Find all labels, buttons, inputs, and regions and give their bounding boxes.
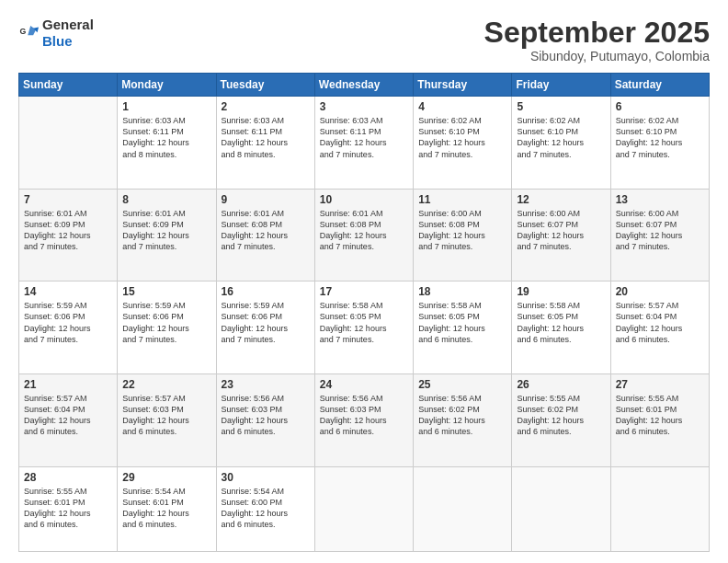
day-info: Sunrise: 5:56 AM Sunset: 6:02 PM Dayligh… — [418, 393, 506, 438]
day-number: 10 — [320, 193, 408, 206]
calendar-cell: 4Sunrise: 6:02 AM Sunset: 6:10 PM Daylig… — [414, 97, 512, 190]
day-number: 17 — [320, 285, 408, 298]
page-header: G General Blue September 2025 Sibundoy, … — [18, 17, 710, 63]
day-number: 11 — [418, 193, 506, 206]
title-block: September 2025 Sibundoy, Putumayo, Colom… — [484, 17, 710, 63]
calendar-cell: 10Sunrise: 6:01 AM Sunset: 6:08 PM Dayli… — [314, 189, 413, 282]
calendar-cell: 8Sunrise: 6:01 AM Sunset: 6:09 PM Daylig… — [118, 189, 216, 282]
day-info: Sunrise: 5:59 AM Sunset: 6:06 PM Dayligh… — [24, 300, 112, 345]
calendar-cell — [610, 466, 709, 552]
calendar-cell: 17Sunrise: 5:58 AM Sunset: 6:05 PM Dayli… — [314, 282, 413, 374]
weekday-header-row: Sunday Monday Tuesday Wednesday Thursday… — [19, 74, 710, 97]
calendar-cell: 7Sunrise: 6:01 AM Sunset: 6:09 PM Daylig… — [19, 189, 118, 282]
day-info: Sunrise: 5:59 AM Sunset: 6:06 PM Dayligh… — [222, 300, 310, 345]
day-info: Sunrise: 5:56 AM Sunset: 6:03 PM Dayligh… — [320, 393, 408, 438]
calendar-cell: 9Sunrise: 6:01 AM Sunset: 6:08 PM Daylig… — [216, 189, 314, 282]
calendar-cell: 18Sunrise: 5:58 AM Sunset: 6:05 PM Dayli… — [414, 282, 512, 374]
calendar-cell: 13Sunrise: 6:00 AM Sunset: 6:07 PM Dayli… — [610, 189, 709, 282]
calendar-cell: 29Sunrise: 5:54 AM Sunset: 6:01 PM Dayli… — [118, 466, 216, 552]
day-info: Sunrise: 5:56 AM Sunset: 6:03 PM Dayligh… — [222, 393, 310, 438]
day-info: Sunrise: 6:01 AM Sunset: 6:09 PM Dayligh… — [24, 208, 112, 253]
day-number: 15 — [122, 285, 210, 298]
calendar-cell — [414, 466, 512, 552]
day-number: 1 — [122, 100, 210, 113]
header-saturday: Saturday — [610, 74, 709, 97]
day-number: 9 — [222, 193, 310, 206]
calendar-cell: 26Sunrise: 5:55 AM Sunset: 6:02 PM Dayli… — [512, 373, 610, 466]
day-info: Sunrise: 6:03 AM Sunset: 6:11 PM Dayligh… — [222, 115, 310, 160]
day-info: Sunrise: 5:58 AM Sunset: 6:05 PM Dayligh… — [517, 300, 605, 345]
day-info: Sunrise: 6:03 AM Sunset: 6:11 PM Dayligh… — [122, 115, 210, 160]
day-number: 21 — [24, 378, 112, 391]
logo: G General Blue — [18, 17, 94, 50]
calendar-cell: 12Sunrise: 6:00 AM Sunset: 6:07 PM Dayli… — [512, 189, 610, 282]
day-number: 30 — [222, 471, 310, 484]
svg-text:G: G — [19, 27, 26, 36]
calendar-cell: 11Sunrise: 6:00 AM Sunset: 6:08 PM Dayli… — [414, 189, 512, 282]
day-info: Sunrise: 5:54 AM Sunset: 6:01 PM Dayligh… — [122, 486, 210, 531]
day-number: 13 — [616, 193, 704, 206]
day-info: Sunrise: 5:54 AM Sunset: 6:00 PM Dayligh… — [222, 486, 310, 531]
day-number: 3 — [320, 100, 408, 113]
logo-icon: G — [18, 23, 39, 43]
day-number: 22 — [122, 378, 210, 391]
day-number: 18 — [418, 285, 506, 298]
day-info: Sunrise: 5:58 AM Sunset: 6:05 PM Dayligh… — [418, 300, 506, 345]
month-title: September 2025 — [484, 17, 710, 49]
location-subtitle: Sibundoy, Putumayo, Colombia — [484, 49, 710, 63]
day-info: Sunrise: 5:55 AM Sunset: 6:01 PM Dayligh… — [616, 393, 704, 438]
logo-blue: Blue — [42, 33, 73, 49]
day-number: 24 — [320, 378, 408, 391]
calendar-cell: 16Sunrise: 5:59 AM Sunset: 6:06 PM Dayli… — [216, 282, 314, 374]
day-number: 2 — [222, 100, 310, 113]
day-info: Sunrise: 5:57 AM Sunset: 6:04 PM Dayligh… — [616, 300, 704, 345]
day-info: Sunrise: 6:00 AM Sunset: 6:07 PM Dayligh… — [616, 208, 704, 253]
day-info: Sunrise: 6:03 AM Sunset: 6:11 PM Dayligh… — [320, 115, 408, 160]
calendar-cell: 25Sunrise: 5:56 AM Sunset: 6:02 PM Dayli… — [414, 373, 512, 466]
calendar-page: G General Blue September 2025 Sibundoy, … — [0, 0, 728, 563]
calendar-cell — [19, 97, 118, 190]
calendar-cell: 23Sunrise: 5:56 AM Sunset: 6:03 PM Dayli… — [216, 373, 314, 466]
day-info: Sunrise: 6:02 AM Sunset: 6:10 PM Dayligh… — [418, 115, 506, 160]
day-info: Sunrise: 6:01 AM Sunset: 6:08 PM Dayligh… — [222, 208, 310, 253]
day-number: 6 — [616, 100, 704, 113]
calendar-cell: 24Sunrise: 5:56 AM Sunset: 6:03 PM Dayli… — [314, 373, 413, 466]
day-info: Sunrise: 6:01 AM Sunset: 6:08 PM Dayligh… — [320, 208, 408, 253]
calendar-cell: 21Sunrise: 5:57 AM Sunset: 6:04 PM Dayli… — [19, 373, 118, 466]
calendar-cell: 2Sunrise: 6:03 AM Sunset: 6:11 PM Daylig… — [216, 97, 314, 190]
header-monday: Monday — [118, 74, 216, 97]
calendar-cell: 22Sunrise: 5:57 AM Sunset: 6:03 PM Dayli… — [118, 373, 216, 466]
calendar-week-1: 1Sunrise: 6:03 AM Sunset: 6:11 PM Daylig… — [19, 97, 710, 190]
calendar-cell: 19Sunrise: 5:58 AM Sunset: 6:05 PM Dayli… — [512, 282, 610, 374]
day-number: 19 — [517, 285, 605, 298]
header-thursday: Thursday — [414, 74, 512, 97]
day-number: 25 — [418, 378, 506, 391]
day-number: 23 — [222, 378, 310, 391]
calendar-cell: 1Sunrise: 6:03 AM Sunset: 6:11 PM Daylig… — [118, 97, 216, 190]
day-number: 4 — [418, 100, 506, 113]
day-info: Sunrise: 5:57 AM Sunset: 6:03 PM Dayligh… — [122, 393, 210, 438]
day-info: Sunrise: 5:59 AM Sunset: 6:06 PM Dayligh… — [122, 300, 210, 345]
day-number: 16 — [222, 285, 310, 298]
calendar-cell: 14Sunrise: 5:59 AM Sunset: 6:06 PM Dayli… — [19, 282, 118, 374]
calendar-cell: 27Sunrise: 5:55 AM Sunset: 6:01 PM Dayli… — [610, 373, 709, 466]
day-number: 27 — [616, 378, 704, 391]
calendar-week-5: 28Sunrise: 5:55 AM Sunset: 6:01 PM Dayli… — [19, 466, 710, 552]
calendar-cell: 5Sunrise: 6:02 AM Sunset: 6:10 PM Daylig… — [512, 97, 610, 190]
day-info: Sunrise: 6:02 AM Sunset: 6:10 PM Dayligh… — [517, 115, 605, 160]
calendar-cell — [512, 466, 610, 552]
calendar-cell: 30Sunrise: 5:54 AM Sunset: 6:00 PM Dayli… — [216, 466, 314, 552]
calendar-cell: 15Sunrise: 5:59 AM Sunset: 6:06 PM Dayli… — [118, 282, 216, 374]
day-info: Sunrise: 6:01 AM Sunset: 6:09 PM Dayligh… — [122, 208, 210, 253]
day-number: 12 — [517, 193, 605, 206]
day-info: Sunrise: 5:57 AM Sunset: 6:04 PM Dayligh… — [24, 393, 112, 438]
day-number: 26 — [517, 378, 605, 391]
calendar-week-3: 14Sunrise: 5:59 AM Sunset: 6:06 PM Dayli… — [19, 282, 710, 374]
day-number: 5 — [517, 100, 605, 113]
header-friday: Friday — [512, 74, 610, 97]
calendar-cell: 20Sunrise: 5:57 AM Sunset: 6:04 PM Dayli… — [610, 282, 709, 374]
logo-text: General Blue — [42, 17, 94, 50]
day-info: Sunrise: 5:58 AM Sunset: 6:05 PM Dayligh… — [320, 300, 408, 345]
day-info: Sunrise: 6:00 AM Sunset: 6:08 PM Dayligh… — [418, 208, 506, 253]
calendar-cell: 3Sunrise: 6:03 AM Sunset: 6:11 PM Daylig… — [314, 97, 413, 190]
